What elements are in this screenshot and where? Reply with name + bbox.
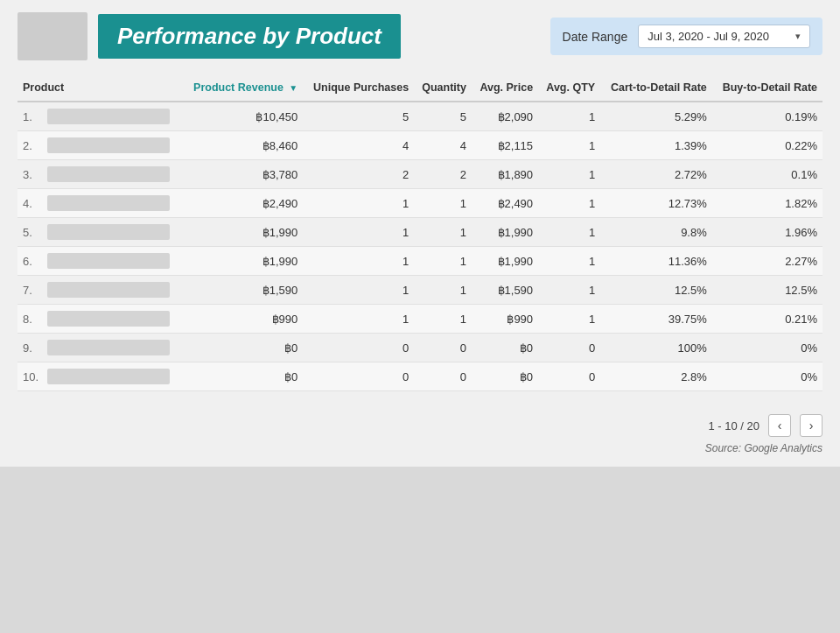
cell-avg-qty: 1 <box>538 160 600 189</box>
row-number: 3. <box>23 168 42 181</box>
product-thumbnail <box>47 137 170 153</box>
cell-buy-to-detail: 0.21% <box>712 305 822 334</box>
cell-product: 3. <box>18 160 183 189</box>
cell-unique-purchases: 1 <box>303 218 414 247</box>
product-thumbnail <box>47 224 170 240</box>
cell-buy-to-detail: 0% <box>712 362 822 391</box>
cell-product: 2. <box>18 131 183 160</box>
col-cart-to-detail[interactable]: Cart-to-Detail Rate <box>600 74 712 102</box>
cell-avg-price: ฿1,990 <box>472 247 538 276</box>
cell-avg-qty: 1 <box>538 131 600 160</box>
row-number: 4. <box>23 197 42 210</box>
cell-product: 6. <box>18 247 183 276</box>
cell-buy-to-detail: 2.27% <box>712 247 822 276</box>
table-row: 6. ฿1,990 1 1 ฿1,990 1 11.36% 2.27% <box>18 247 822 276</box>
row-number: 6. <box>23 255 42 268</box>
cell-unique-purchases: 0 <box>303 334 414 362</box>
header-left: Performance by Product <box>18 12 401 60</box>
pagination-next-button[interactable]: › <box>800 414 822 437</box>
page-title: Performance by Product <box>117 23 382 49</box>
cell-product: 10. <box>18 362 183 391</box>
cell-quantity: 0 <box>414 362 472 391</box>
cell-unique-purchases: 5 <box>303 102 414 131</box>
table-row: 3. ฿3,780 2 2 ฿1,890 1 2.72% 0.1% <box>18 160 822 189</box>
date-range-select[interactable]: Jul 3, 2020 - Jul 9, 2020 ▾ <box>638 25 810 48</box>
cell-product: 5. <box>18 218 183 247</box>
cell-avg-price: ฿2,115 <box>472 131 538 160</box>
cell-buy-to-detail: 12.5% <box>712 276 822 305</box>
cell-cart-to-detail: 100% <box>600 334 712 362</box>
col-unique-purchases[interactable]: Unique Purchases <box>303 74 414 102</box>
cell-quantity: 5 <box>414 102 472 131</box>
cell-cart-to-detail: 12.5% <box>600 276 712 305</box>
cell-unique-purchases: 0 <box>303 362 414 391</box>
row-number: 7. <box>23 284 42 297</box>
product-thumbnail <box>47 369 170 384</box>
cell-avg-qty: 1 <box>538 305 600 334</box>
cell-avg-qty: 1 <box>538 276 600 305</box>
cell-avg-qty: 1 <box>538 218 600 247</box>
cell-unique-purchases: 1 <box>303 189 414 218</box>
cell-quantity: 1 <box>414 305 472 334</box>
cell-avg-qty: 0 <box>538 362 600 391</box>
date-range-value: Jul 3, 2020 - Jul 9, 2020 <box>648 30 769 43</box>
product-thumbnail <box>47 340 170 355</box>
cell-avg-price: ฿1,890 <box>472 160 538 189</box>
product-thumbnail <box>47 109 170 124</box>
cell-product-revenue: ฿0 <box>183 362 304 391</box>
cell-cart-to-detail: 11.36% <box>600 247 712 276</box>
cell-cart-to-detail: 12.73% <box>600 189 712 218</box>
cell-buy-to-detail: 0.19% <box>712 102 822 131</box>
header-row: Performance by Product Date Range Jul 3,… <box>18 12 822 74</box>
pagination-prev-button[interactable]: ‹ <box>768 414 791 437</box>
title-banner: Performance by Product <box>98 14 401 59</box>
cell-buy-to-detail: 0% <box>712 334 822 362</box>
cell-quantity: 4 <box>414 131 472 160</box>
pagination-info: 1 - 10 / 20 <box>708 419 760 433</box>
product-thumbnail <box>47 195 170 211</box>
cell-unique-purchases: 1 <box>303 276 414 305</box>
col-quantity[interactable]: Quantity <box>414 74 472 102</box>
cell-buy-to-detail: 1.82% <box>712 189 822 218</box>
cell-product-revenue: ฿2,490 <box>183 189 304 218</box>
cell-avg-qty: 1 <box>538 102 600 131</box>
table-row: 10. ฿0 0 0 ฿0 0 2.8% 0% <box>18 362 822 391</box>
col-product-revenue[interactable]: Product Revenue ▼ <box>183 74 304 102</box>
cell-product: 4. <box>18 189 183 218</box>
cell-quantity: 1 <box>414 247 472 276</box>
bottom-area <box>0 467 840 633</box>
table-row: 2. ฿8,460 4 4 ฿2,115 1 1.39% 0.22% <box>18 131 822 160</box>
cell-cart-to-detail: 39.75% <box>600 305 712 334</box>
row-number: 1. <box>23 110 42 123</box>
cell-product: 9. <box>18 334 183 362</box>
pagination-row: 1 - 10 / 20 ‹ › <box>0 405 840 440</box>
cell-quantity: 1 <box>414 218 472 247</box>
col-avg-qty[interactable]: Avg. QTY <box>538 74 600 102</box>
cell-avg-price: ฿2,490 <box>472 189 538 218</box>
cell-product-revenue: ฿8,460 <box>183 131 304 160</box>
cell-product-revenue: ฿990 <box>183 305 304 334</box>
cell-cart-to-detail: 1.39% <box>600 131 712 160</box>
col-avg-price[interactable]: Avg. Price <box>472 74 538 102</box>
table-row: 7. ฿1,590 1 1 ฿1,590 1 12.5% 12.5% <box>18 276 822 305</box>
chevron-down-icon: ▾ <box>795 31 801 42</box>
cell-avg-qty: 0 <box>538 334 600 362</box>
cell-product-revenue: ฿1,990 <box>183 247 304 276</box>
cell-cart-to-detail: 2.8% <box>600 362 712 391</box>
cell-quantity: 1 <box>414 276 472 305</box>
cell-avg-price: ฿1,990 <box>472 218 538 247</box>
cell-product-revenue: ฿10,450 <box>183 102 304 131</box>
cell-unique-purchases: 2 <box>303 160 414 189</box>
date-range-container: Date Range Jul 3, 2020 - Jul 9, 2020 ▾ <box>550 18 822 55</box>
cell-buy-to-detail: 0.22% <box>712 131 822 160</box>
source-text: Source: Google Analytics <box>705 442 822 454</box>
col-product[interactable]: Product <box>18 74 183 102</box>
cell-avg-price: ฿1,590 <box>472 276 538 305</box>
cell-cart-to-detail: 9.8% <box>600 218 712 247</box>
cell-unique-purchases: 4 <box>303 131 414 160</box>
row-number: 8. <box>23 313 42 326</box>
cell-buy-to-detail: 1.96% <box>712 218 822 247</box>
product-thumbnail <box>47 166 170 182</box>
col-buy-to-detail[interactable]: Buy-to-Detail Rate <box>712 74 822 102</box>
table-row: 9. ฿0 0 0 ฿0 0 100% 0% <box>18 334 822 362</box>
